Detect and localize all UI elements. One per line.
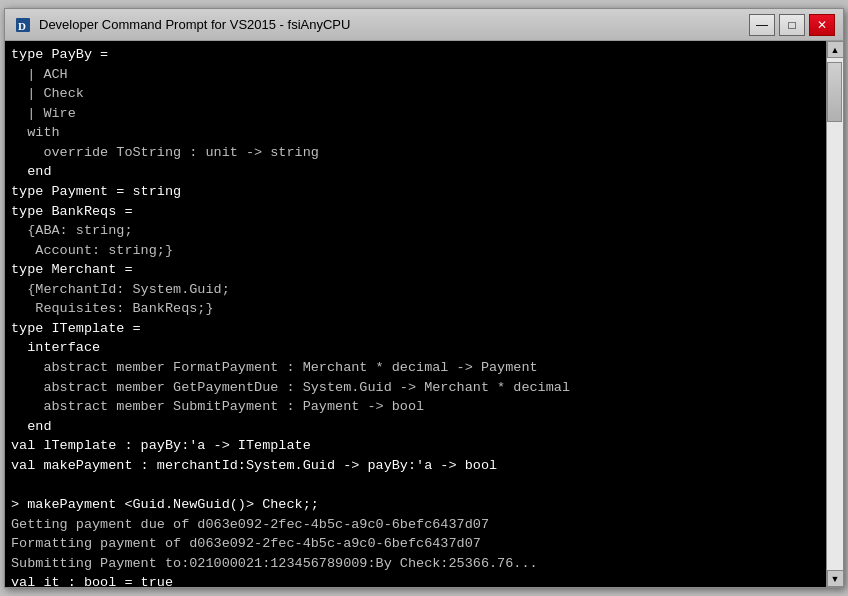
minimize-button[interactable]: — [749, 14, 775, 36]
svg-text:D: D [18, 20, 26, 32]
close-button[interactable]: ✕ [809, 14, 835, 36]
main-window: D Developer Command Prompt for VS2015 - … [4, 8, 844, 588]
title-bar-buttons: — □ ✕ [749, 14, 835, 36]
maximize-button[interactable]: □ [779, 14, 805, 36]
terminal-container: type PayBy = | ACH | Check | Wire with o… [5, 41, 843, 587]
terminal-output[interactable]: type PayBy = | ACH | Check | Wire with o… [5, 41, 826, 587]
app-icon: D [13, 15, 33, 35]
scroll-up-arrow[interactable]: ▲ [827, 41, 844, 58]
title-bar-left: D Developer Command Prompt for VS2015 - … [13, 15, 350, 35]
scrollbar: ▲ ▼ [826, 41, 843, 587]
scrollbar-track[interactable] [827, 58, 843, 570]
title-bar: D Developer Command Prompt for VS2015 - … [5, 9, 843, 41]
window-title: Developer Command Prompt for VS2015 - fs… [39, 17, 350, 32]
scrollbar-thumb[interactable] [827, 62, 842, 122]
scroll-down-arrow[interactable]: ▼ [827, 570, 844, 587]
